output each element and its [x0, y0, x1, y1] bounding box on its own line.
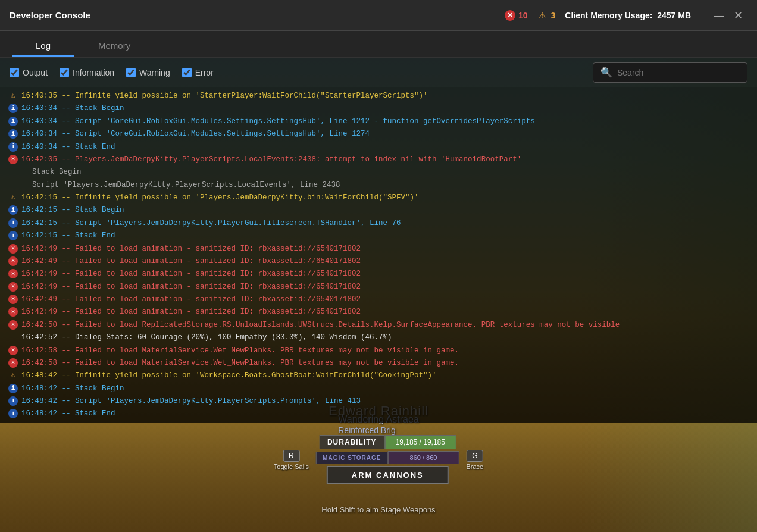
log-text: 16:42:49 -- Failed to load animation - s…: [21, 256, 749, 267]
error-log-icon: ✕: [8, 155, 18, 164]
log-line: ✕16:42:49 -- Failed to load animation - …: [0, 306, 757, 318]
filter-information[interactable]: Information: [60, 68, 114, 77]
error-log-icon: ✕: [8, 282, 18, 292]
error-log-icon: ✕: [8, 307, 18, 317]
error-log-icon: ✕: [8, 269, 18, 278]
no-icon: [8, 333, 18, 342]
filter-output[interactable]: Output: [10, 68, 48, 77]
no-icon: [19, 167, 29, 177]
memory-label: Client Memory Usage:: [565, 11, 652, 20]
log-line: ✕16:42:49 -- Failed to load animation - …: [0, 293, 757, 306]
log-line: ✕16:42:49 -- Failed to load animation - …: [0, 255, 757, 268]
log-line: ✕16:42:58 -- Failed to load MaterialServ…: [0, 357, 757, 370]
console-title: Developer Console: [10, 10, 90, 20]
log-line: i16:40:34 -- Stack End: [0, 141, 757, 154]
log-line: Stack Begin: [0, 166, 757, 179]
log-text: 16:40:35 -- Infinite yield possible on '…: [21, 90, 749, 102]
memory-value: 2457 MB: [657, 11, 691, 20]
log-line: ✕16:42:58 -- Failed to load MaterialServ…: [0, 345, 757, 357]
log-text: 16:42:49 -- Failed to load animation - s…: [21, 294, 749, 305]
log-text: 16:42:05 -- Players.JemDaDerpyKitty.Play…: [21, 154, 749, 165]
error-icon: ✕: [505, 10, 515, 21]
error-label: Error: [195, 68, 214, 77]
developer-console: Developer Console ✕ 10 ⚠ 3 Client Memory…: [0, 0, 757, 423]
search-icon: 🔍: [600, 67, 612, 79]
warn-log-icon: ⚠: [8, 371, 18, 380]
log-line: ✕16:42:49 -- Failed to load animation - …: [0, 268, 757, 280]
error-checkbox[interactable]: [182, 68, 192, 77]
log-line: ✕16:42:49 -- Failed to load animation - …: [0, 281, 757, 293]
log-text: 16:40:34 -- Script 'CoreGui.RobloxGui.Mo…: [21, 116, 749, 127]
filter-error[interactable]: Error: [182, 68, 214, 77]
log-area[interactable]: ⚠16:40:35 -- Infinite yield possible on …: [0, 87, 757, 423]
log-text: 16:42:58 -- Failed to load MaterialServi…: [21, 358, 749, 369]
info-log-icon: i: [8, 396, 18, 406]
info-log-icon: i: [8, 117, 18, 126]
log-text: 16:48:42 -- Stack Begin: [21, 383, 749, 395]
info-log-icon: i: [8, 231, 18, 240]
info-log-icon: i: [8, 205, 18, 215]
log-text: 16:48:42 -- Script 'Players.JemDaDerpyKi…: [21, 396, 749, 407]
info-log-icon: i: [8, 384, 18, 393]
no-icon: [19, 180, 29, 190]
log-line: ✕16:42:50 -- Failed to load ReplicatedSt…: [0, 319, 757, 331]
log-text: 16:42:49 -- Failed to load animation - s…: [21, 243, 749, 255]
log-text: 16:42:15 -- Stack Begin: [21, 205, 749, 216]
warning-checkbox[interactable]: [126, 68, 136, 77]
log-text: 16:42:15 -- Script 'Players.JemDaDerpyKi…: [21, 218, 749, 229]
info-log-icon: i: [8, 104, 18, 113]
error-log-icon: ✕: [8, 256, 18, 266]
log-line: i16:42:15 -- Stack End: [0, 230, 757, 242]
warn-count: 3: [551, 11, 556, 20]
log-text: 16:42:49 -- Failed to load animation - s…: [21, 306, 749, 318]
warning-label: Warning: [139, 68, 170, 77]
log-text: 16:42:50 -- Failed to load ReplicatedSto…: [21, 320, 749, 331]
log-line: i16:48:42 -- Stack End: [0, 408, 757, 420]
log-text: 16:42:52 -- Dialog Stats: 60 Courage (20…: [21, 332, 749, 343]
info-log-icon: i: [8, 129, 18, 139]
log-text: 16:48:42 -- Stack End: [21, 408, 749, 420]
log-text: 16:42:58 -- Failed to load MaterialServi…: [21, 345, 749, 356]
error-count: 10: [518, 11, 528, 20]
warn-log-icon: ⚠: [8, 193, 18, 202]
output-checkbox[interactable]: [10, 68, 19, 77]
log-line: ✕16:42:05 -- Players.JemDaDerpyKitty.Pla…: [0, 154, 757, 166]
log-text: 16:42:49 -- Failed to load animation - s…: [21, 281, 749, 293]
output-label: Output: [23, 68, 48, 77]
log-line: ⚠16:48:42 -- Infinite yield possible on …: [0, 370, 757, 382]
log-line: i16:42:15 -- Stack Begin: [0, 204, 757, 217]
info-log-icon: i: [8, 409, 18, 418]
information-label: Information: [73, 68, 114, 77]
log-text: 16:48:42 -- Infinite yield possible on '…: [21, 370, 749, 381]
error-log-icon: ✕: [8, 295, 18, 304]
log-text: 16:40:34 -- Stack End: [21, 142, 749, 153]
log-line: i16:42:15 -- Script 'Players.JemDaDerpyK…: [0, 217, 757, 230]
minimize-button[interactable]: —: [709, 8, 729, 23]
log-line: ✕16:42:49 -- Failed to load animation - …: [0, 243, 757, 255]
search-box[interactable]: 🔍: [593, 62, 747, 83]
filter-warning[interactable]: Warning: [126, 68, 170, 77]
warn-log-icon: ⚠: [8, 91, 18, 101]
tab-bar: Log Memory: [0, 31, 757, 58]
log-line: i16:40:34 -- Stack Begin: [0, 102, 757, 115]
log-line: ⚠16:40:35 -- Infinite yield possible on …: [0, 90, 757, 102]
memory-stat: Client Memory Usage: 2457 MB: [565, 11, 691, 20]
close-button[interactable]: ✕: [729, 8, 747, 23]
information-checkbox[interactable]: [60, 68, 69, 77]
tab-log[interactable]: Log: [12, 36, 74, 57]
log-line: i16:40:34 -- Script 'CoreGui.RobloxGui.M…: [0, 128, 757, 140]
search-input[interactable]: [617, 68, 740, 77]
log-text: 16:42:49 -- Failed to load animation - s…: [21, 268, 749, 280]
log-text: Script 'Players.JemDaDerpyKitty.PlayerSc…: [32, 180, 749, 191]
error-log-icon: ✕: [8, 358, 18, 368]
log-text: 16:42:15 -- Infinite yield possible on '…: [21, 192, 749, 204]
title-bar: Developer Console ✕ 10 ⚠ 3 Client Memory…: [0, 0, 757, 31]
log-line: i16:40:34 -- Script 'CoreGui.RobloxGui.M…: [0, 115, 757, 128]
filter-bar: Output Information Warning Error 🔍: [0, 58, 757, 87]
log-line: ⚠16:42:15 -- Infinite yield possible on …: [0, 192, 757, 204]
stats-area: ✕ 10 ⚠ 3 Client Memory Usage: 2457 MB: [505, 10, 691, 21]
error-log-icon: ✕: [8, 244, 18, 254]
tab-memory[interactable]: Memory: [74, 36, 154, 57]
log-text: Stack Begin: [32, 167, 749, 178]
info-log-icon: i: [8, 218, 18, 228]
